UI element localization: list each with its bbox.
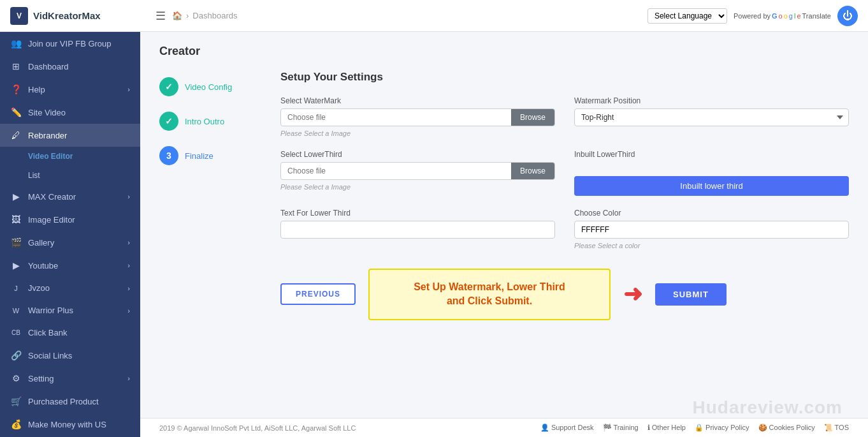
sidebar-sub-item-video-editor[interactable]: Video Editor [0, 147, 140, 166]
youtube-icon: ▶ [10, 260, 22, 270]
site-video-icon: ✏️ [10, 107, 22, 117]
sidebar-item-dashboard[interactable]: ⊞ Dashboard [0, 55, 140, 78]
sidebar-item-label: Social Links [28, 351, 72, 360]
click-bank-icon: CB [10, 329, 22, 336]
sidebar-item-setting[interactable]: ⚙ Setting › [0, 367, 140, 390]
sidebar-item-label: Warrior Plus [28, 306, 73, 315]
sidebar-item-label: Help [28, 85, 45, 94]
sidebar-item-label: Jvzoo [28, 283, 50, 293]
sidebar-item-label: Site Video [28, 108, 66, 117]
google-g: G [772, 12, 778, 20]
settings-title: Setup Your Settings [280, 71, 849, 84]
inbuilt-lower-third-group: Inbuilt LowerThird Inbuilt lower third [574, 150, 849, 196]
sidebar-item-rebrander[interactable]: 🖊 Rebrander [0, 124, 140, 147]
lower-third-label: Select LowerThird [280, 150, 555, 159]
action-row: PREVIOUS Set Up Watermark, Lower Third a… [280, 269, 849, 320]
sidebar-item-youtube[interactable]: ▶ Youtube › [0, 254, 140, 277]
content-area: Creator ✓ Video Config ✓ Intro Outro 3 F… [140, 32, 868, 418]
sidebar-sub-item-list[interactable]: List [0, 166, 140, 185]
step-label-intro-outro: Intro Outro [185, 117, 224, 126]
lower-third-file-text[interactable] [281, 163, 511, 179]
watermark-file-input: Browse [280, 108, 555, 126]
sidebar-item-label: Youtube [28, 261, 58, 270]
callout-line1: Set Up Watermark, Lower Third [385, 280, 594, 294]
google-oogle: o [779, 12, 783, 20]
step-intro-outro: ✓ Intro Outro [159, 112, 261, 131]
inbuilt-lower-third-btn[interactable]: Inbuilt lower third [574, 176, 849, 196]
color-value: FFFFFF [581, 225, 609, 234]
footer-copyright: 2019 © Agarwal InnoSoft Pvt Ltd, AiSoft … [159, 424, 356, 432]
sidebar-item-label: Join our VIP FB Group [28, 39, 112, 48]
image-editor-icon: 🖼 [10, 214, 22, 225]
sidebar-item-warrior-plus[interactable]: W Warrior Plus › [0, 299, 140, 322]
brand-name: VidKreatorMax [33, 10, 101, 21]
settings-form: Setup Your Settings Select WaterMark Bro… [280, 71, 849, 320]
sidebar: 👥 Join our VIP FB Group ⊞ Dashboard ❓ He… [0, 32, 140, 437]
watermark-group: Select WaterMark Browse Please Select a … [280, 96, 555, 137]
sidebar-sub-label: List [28, 171, 40, 180]
sidebar-sub-label: Video Editor [28, 152, 73, 161]
breadcrumb-home-icon[interactable]: 🏠 [172, 11, 182, 20]
text-lower-third-group: Text For Lower Third [280, 209, 555, 249]
purchased-product-icon: 🛒 [10, 396, 22, 406]
sidebar-item-social-links[interactable]: 🔗 Social Links [0, 344, 140, 367]
header-right: Select Language Powered by Google Transl… [647, 6, 858, 26]
color-hint: Please Select a color [574, 242, 849, 249]
watermark-file-text[interactable] [281, 109, 511, 126]
join-vip-icon: 👥 [10, 38, 22, 48]
sidebar-item-jvzoo[interactable]: J Jvzoo › [0, 277, 140, 299]
text-lower-third-label: Text For Lower Third [280, 209, 555, 218]
chevron-right-icon: › [127, 85, 130, 93]
sidebar-item-label: MAX Creator [28, 192, 76, 202]
sidebar-item-click-bank[interactable]: CB Click Bank [0, 322, 140, 344]
footer-links: 👤 Support Desk 🏁 Training ℹ Other Help 🔒… [540, 424, 849, 432]
previous-button[interactable]: PREVIOUS [280, 283, 356, 305]
main-content: Creator ✓ Video Config ✓ Intro Outro 3 F… [140, 32, 868, 437]
submit-button[interactable]: SUBMIT [655, 283, 727, 306]
sidebar-item-join-vip[interactable]: 👥 Join our VIP FB Group [0, 32, 140, 55]
sidebar-item-gallery[interactable]: 🎬 Gallery › [0, 231, 140, 254]
footer-link-training[interactable]: 🏁 Training [603, 424, 639, 432]
hamburger-icon[interactable]: ☰ [156, 9, 166, 23]
choose-color-label: Choose Color [574, 209, 849, 218]
footer-link-other-help[interactable]: ℹ Other Help [647, 424, 686, 432]
sidebar-item-max-creator[interactable]: ▶ MAX Creator › [0, 185, 140, 208]
watermark-position-label: Watermark Position [574, 96, 849, 105]
callout-box: Set Up Watermark, Lower Third and Click … [368, 269, 611, 320]
translate-text: Translate [802, 12, 831, 20]
sidebar-item-make-money[interactable]: 💰 Make Money with US [0, 413, 140, 436]
step-circle-intro-outro: ✓ [159, 112, 178, 131]
lower-third-browse-btn[interactable]: Browse [511, 163, 554, 179]
jvzoo-icon: J [10, 285, 22, 292]
sidebar-item-label: Purchased Product [28, 397, 99, 406]
chevron-right-icon: › [127, 239, 130, 246]
callout-line2: and Click Submit. [385, 294, 594, 308]
language-select[interactable]: Select Language [647, 8, 727, 24]
creator-layout: ✓ Video Config ✓ Intro Outro 3 Finalize … [159, 71, 849, 320]
step-finalize: 3 Finalize [159, 146, 261, 165]
footer-link-privacy-policy[interactable]: 🔒 Privacy Policy [695, 424, 749, 432]
footer-link-cookies-policy[interactable]: 🍪 Cookies Policy [758, 424, 815, 432]
power-button[interactable]: ⏻ [837, 6, 858, 26]
text-lower-third-input[interactable] [280, 221, 555, 239]
watermark-browse-btn[interactable]: Browse [511, 109, 554, 126]
chevron-right-icon: › [127, 262, 130, 269]
form-grid: Select WaterMark Browse Please Select a … [280, 96, 849, 249]
chevron-right-icon: › [127, 285, 130, 292]
footer-link-tos[interactable]: 📜 TOS [824, 424, 849, 432]
breadcrumb-page: Dashboards [192, 11, 237, 20]
page-title: Creator [159, 45, 849, 58]
watermark-hint: Please Select a Image [280, 130, 555, 137]
sidebar-item-site-video[interactable]: ✏️ Site Video [0, 101, 140, 124]
sidebar-item-help[interactable]: ❓ Help › [0, 78, 140, 101]
inbuilt-label: Inbuilt LowerThird [574, 150, 849, 159]
steps-column: ✓ Video Config ✓ Intro Outro 3 Finalize [159, 71, 261, 320]
breadcrumb: 🏠 › Dashboards [166, 11, 647, 20]
chevron-right-icon: › [127, 193, 130, 200]
sidebar-item-image-editor[interactable]: 🖼 Image Editor [0, 208, 140, 231]
watermark-position-select[interactable]: Top-Right Top-Left Bottom-Right Bottom-L… [574, 108, 849, 126]
chevron-right-icon: › [127, 374, 130, 382]
sidebar-item-purchased-product[interactable]: 🛒 Purchased Product [0, 390, 140, 413]
footer-link-support-desk[interactable]: 👤 Support Desk [540, 424, 594, 432]
sidebar-item-label: Click Bank [28, 328, 67, 337]
